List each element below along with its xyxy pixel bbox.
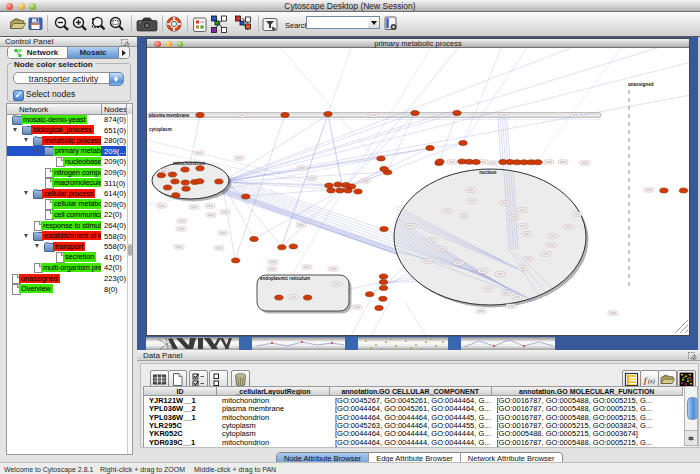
svg-text:mitochondrion: mitochondrion bbox=[173, 161, 205, 166]
svg-text:(x): (x) bbox=[648, 378, 655, 385]
svg-text:endoplasmic reticulum: endoplasmic reticulum bbox=[260, 276, 310, 281]
svg-text:plasma membrane: plasma membrane bbox=[149, 113, 190, 118]
svg-text:nucleus: nucleus bbox=[479, 170, 497, 175]
svg-text:unassigned: unassigned bbox=[628, 82, 654, 87]
svg-text:cytoplasm: cytoplasm bbox=[149, 127, 172, 132]
